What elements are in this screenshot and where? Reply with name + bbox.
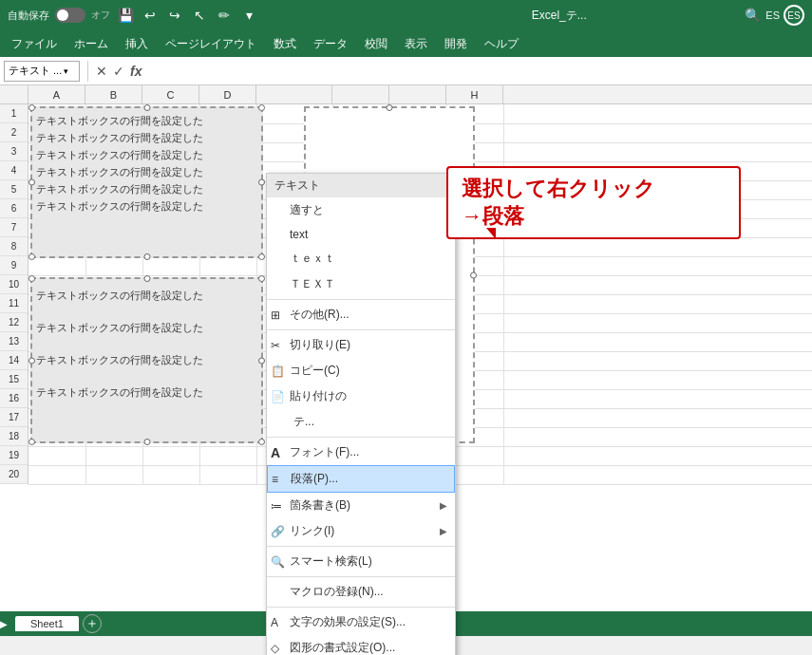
copy-icon: 📋 — [271, 365, 285, 378]
col-header-e[interactable] — [256, 85, 332, 103]
menu-file[interactable]: ファイル — [4, 32, 65, 56]
col-header-d[interactable]: D — [199, 85, 256, 103]
ctx-sep-3 — [267, 437, 455, 438]
ctx-item-text-upper[interactable]: ＴＥＸＴ — [267, 271, 455, 297]
paragraph-icon: ≡ — [272, 473, 278, 486]
menu-insert[interactable]: 挿入 — [118, 32, 156, 56]
dropdown-icon[interactable]: ▾ — [239, 6, 258, 25]
pen-icon[interactable]: ✏ — [215, 6, 234, 25]
ctx-item-smart-search[interactable]: 🔍 スマート検索(L) — [267, 549, 455, 574]
row-10: 10 — [0, 275, 28, 294]
row-numbers: 1 2 3 4 5 6 7 8 9 10 11 12 13 14 15 16 1… — [0, 104, 28, 484]
ctx-item-paragraph[interactable]: ≡ 段落(P)... — [267, 465, 455, 493]
ctx-item-text[interactable]: text — [267, 223, 455, 246]
row-11: 11 — [0, 294, 28, 313]
ctx-item-macro[interactable]: マクロの登録(N)... — [267, 579, 455, 605]
row-13: 13 — [0, 332, 28, 351]
menu-formula[interactable]: 数式 — [266, 32, 304, 56]
function-icon[interactable]: fx — [130, 64, 142, 79]
autosave-toggle[interactable] — [55, 8, 85, 23]
ctx-item-other[interactable]: ⊞ その他(R)... — [267, 302, 455, 328]
ctx-item-link[interactable]: 🔗 リンク(I) ▶ — [267, 518, 455, 544]
ctx-sep-2 — [267, 329, 455, 330]
sheet-tab-1[interactable]: Sheet1 — [15, 616, 79, 631]
row-17: 17 — [0, 408, 28, 427]
name-box[interactable]: テキスト ... ▾ — [4, 61, 80, 82]
row-7: 7 — [0, 218, 28, 237]
row-18: 18 — [0, 427, 28, 446]
ctx-sep-1 — [267, 299, 455, 300]
ctx-sep-6 — [267, 607, 455, 608]
window-title: Excel_テ... — [375, 8, 743, 24]
ctx-item-paste-sub[interactable]: テ... — [267, 409, 455, 435]
row-16: 16 — [0, 389, 28, 408]
redo-icon[interactable]: ↪ — [165, 6, 184, 25]
row-12: 12 — [0, 313, 28, 332]
row-20: 20 — [0, 465, 28, 484]
nav-right-icon[interactable]: ▶ — [0, 616, 8, 631]
textbox-bottom-content: テキストボックスの行間を設定した テキストボックスの行間を設定した テキストボッ… — [32, 279, 261, 404]
textbox-top[interactable]: テキストボックスの行間を設定した テキストボックスの行間を設定した テキストボッ… — [30, 106, 263, 258]
font-icon: A — [271, 445, 280, 460]
ctx-item-shape-format[interactable]: ◇ 図形の書式設定(O)... — [267, 635, 455, 655]
title-bar-right: 🔍 ES ES — [743, 5, 804, 26]
row-19: 19 — [0, 446, 28, 465]
menu-bar: ファイル ホーム 挿入 ページレイアウト 数式 データ 校閲 表示 開発 ヘルプ — [0, 30, 812, 57]
ctx-sep-4 — [267, 546, 455, 547]
row-4: 4 — [0, 161, 28, 180]
confirm-icon[interactable]: ✓ — [113, 64, 124, 79]
ctx-sep-5 — [267, 576, 455, 577]
ctx-item-text-effect[interactable]: A 文字の効果の設定(S)... — [267, 609, 455, 635]
cursor-icon[interactable]: ↖ — [190, 6, 209, 25]
row-2: 2 — [0, 123, 28, 142]
row-5: 5 — [0, 180, 28, 199]
formula-input[interactable] — [145, 61, 808, 82]
bullets-arrow: ▶ — [440, 500, 447, 511]
callout-arrow — [486, 228, 496, 239]
ctx-item-bullets[interactable]: ≔ 箇条書き(B) ▶ — [267, 493, 455, 518]
formula-icons: ✕ ✓ fx — [96, 64, 142, 79]
title-bar: 自動保存 オフ 💾 ↩ ↪ ↖ ✏ ▾ Excel_テ... 🔍 ES ES — [0, 0, 812, 30]
col-header-b[interactable]: B — [85, 85, 142, 103]
column-headers: A B C D H — [0, 85, 812, 104]
save-icon[interactable]: 💾 — [116, 6, 135, 25]
smart-search-icon: 🔍 — [271, 555, 285, 569]
menu-view[interactable]: 表示 — [397, 32, 435, 56]
menu-help[interactable]: ヘルプ — [477, 32, 526, 56]
menu-dev[interactable]: 開発 — [437, 32, 475, 56]
autosave-off-label: オフ — [91, 9, 110, 22]
col-header-f[interactable] — [332, 85, 389, 103]
ctx-item-tosu[interactable]: 適すと — [267, 197, 455, 223]
undo-icon[interactable]: ↩ — [141, 6, 160, 25]
menu-review[interactable]: 校閲 — [357, 32, 395, 56]
user-avatar[interactable]: ES — [784, 5, 804, 26]
search-icon[interactable]: 🔍 — [743, 6, 762, 25]
col-header-a[interactable]: A — [28, 85, 85, 103]
row-15: 15 — [0, 370, 28, 389]
callout-annotation: 選択して右クリック →段落 — [446, 166, 741, 239]
cancel-icon[interactable]: ✕ — [96, 64, 107, 79]
ctx-item-text-wide[interactable]: ｔｅｘｔ — [267, 246, 455, 271]
callout-line2: →段落 — [462, 203, 726, 231]
col-header-c[interactable]: C — [142, 85, 199, 103]
formula-bar: テキスト ... ▾ ✕ ✓ fx — [0, 57, 812, 85]
ctx-item-paste[interactable]: 📄 貼り付けの — [267, 384, 455, 409]
callout-line1: 選択して右クリック — [462, 176, 726, 203]
col-header-g[interactable] — [389, 85, 446, 103]
row-9: 9 — [0, 256, 28, 275]
row-1: 1 — [0, 104, 28, 123]
corner-cell — [0, 85, 28, 103]
col-header-h[interactable]: H — [446, 85, 503, 103]
menu-data[interactable]: データ — [306, 32, 355, 56]
textbox-bottom[interactable]: テキストボックスの行間を設定した テキストボックスの行間を設定した テキストボッ… — [30, 277, 263, 443]
menu-page-layout[interactable]: ページレイアウト — [158, 32, 264, 56]
add-sheet-button[interactable]: ＋ — [83, 614, 102, 633]
shape-format-icon: ◇ — [271, 642, 279, 655]
ctx-item-copy[interactable]: 📋 コピー(C) — [267, 358, 455, 384]
ctx-item-font[interactable]: A フォント(F)... — [267, 440, 455, 465]
menu-home[interactable]: ホーム — [66, 32, 116, 56]
link-icon: 🔗 — [271, 525, 285, 538]
ctx-item-cut[interactable]: ✂ 切り取り(E) — [267, 332, 455, 358]
spreadsheet: A B C D H 1 2 3 4 5 6 7 8 9 10 11 12 13 … — [0, 85, 812, 636]
row-6: 6 — [0, 199, 28, 218]
